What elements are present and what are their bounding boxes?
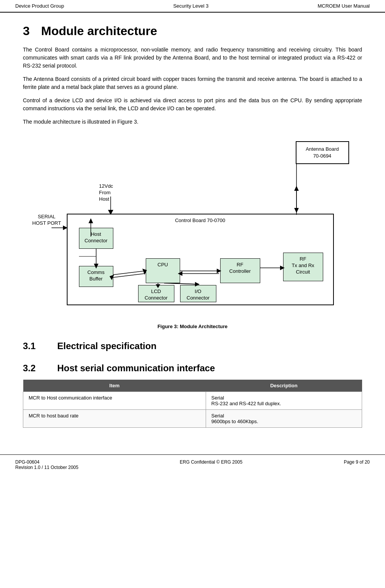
- host-feedback-arrow: [85, 217, 97, 237]
- chapter-title: Module architecture: [41, 24, 157, 38]
- chapter-number: 3: [23, 24, 30, 38]
- footer-left: DPG-00604 Revision 1.0 / 11 October 2005: [15, 459, 78, 470]
- svg-marker-3: [94, 264, 98, 269]
- paragraph-1: The Control Board contains a microproces…: [23, 46, 362, 70]
- antenna-board-label: Antenna Board70-0694: [306, 146, 339, 159]
- chapter-heading: 3 Module architecture: [23, 24, 362, 38]
- figure-container: Antenna Board70-0694 SERIAL HOST PORT 12…: [29, 137, 357, 329]
- paragraph-2: The Antenna Board consists of a printed …: [23, 75, 362, 91]
- table-cell-desc-2: Serial9600bps to 460Kbps.: [206, 410, 362, 428]
- header-center: Security Level 3: [173, 3, 209, 9]
- serial-host-arrow: [52, 222, 69, 234]
- table-header-item: Item: [23, 380, 206, 392]
- figure-caption: Figure 3: Module Architecture: [29, 324, 357, 329]
- svg-marker-27: [294, 186, 299, 191]
- header-right: MCROEM User Manual: [317, 3, 370, 9]
- voltage-arrow: [105, 197, 116, 216]
- paragraph-3: Control of a device LCD and device I/O i…: [23, 97, 362, 113]
- table-cell-item-1: MCR to Host communication interface: [23, 392, 206, 410]
- control-board-box: Control Board 70-0700 HostConnector Comm…: [67, 214, 334, 305]
- page-content: 3 Module architecture The Control Board …: [0, 13, 385, 439]
- header-left: Device Product Group: [15, 3, 64, 9]
- section-3-1-title: Electrical specification: [57, 341, 156, 351]
- table-row: MCR to host baud rate Serial9600bps to 4…: [23, 410, 362, 428]
- svg-marker-23: [89, 218, 93, 223]
- diagram-arrows: [68, 214, 333, 304]
- page-header: Device Product Group Security Level 3 MC…: [0, 0, 385, 13]
- svg-marker-21: [63, 226, 68, 230]
- antenna-board-box: Antenna Board70-0694: [296, 141, 349, 164]
- section-3-2-title: Host serial communication interface: [57, 363, 215, 374]
- table-header-description: Description: [206, 380, 362, 392]
- section-3-2-number: 3.2: [23, 363, 46, 374]
- communication-table: Item Description MCR to Host communicati…: [23, 380, 362, 428]
- table-cell-desc-1: SerialRS-232 and RS-422 full duplex.: [206, 392, 362, 410]
- footer-right: Page 9 of 20: [344, 459, 370, 470]
- page-footer: DPG-00604 Revision 1.0 / 11 October 2005…: [0, 454, 385, 475]
- paragraph-4: The module architecture is illustrated i…: [23, 118, 362, 126]
- svg-marker-12: [178, 271, 182, 276]
- svg-marker-16: [156, 284, 160, 288]
- section-3-1-number: 3.1: [23, 341, 46, 351]
- section-3-2-heading: 3.2 Host serial communication interface: [23, 363, 362, 374]
- svg-line-19: [168, 283, 199, 284]
- table-cell-item-2: MCR to host baud rate: [23, 410, 206, 428]
- rf-to-antenna-arrow: [291, 185, 302, 216]
- footer-center: ERG Confidential © ERG 2005: [180, 459, 242, 470]
- section-3-1-heading: 3.1 Electrical specification: [23, 341, 362, 351]
- svg-marker-10: [217, 269, 221, 273]
- svg-marker-14: [280, 266, 285, 270]
- table-row: MCR to Host communication interface Seri…: [23, 392, 362, 410]
